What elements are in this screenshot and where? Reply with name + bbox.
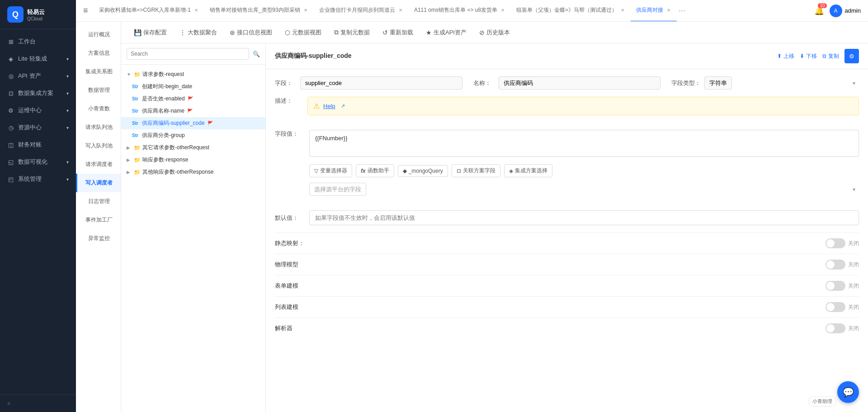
node-label: 供应商编码-supplier_code (142, 119, 205, 127)
rel-label: 关联方案字段 (463, 167, 495, 175)
tree-node-other-request[interactable]: ▶ 📁 其它请求参数-otherRequest (121, 142, 265, 154)
name-input[interactable] (499, 76, 661, 90)
name-label: 名称： (473, 79, 495, 87)
sidebar-item-lite[interactable]: ◈ Lite 轻集成 ▾ (0, 50, 76, 67)
sidebar-item-finance[interactable]: ◫ 财务对账 (0, 136, 76, 153)
tab-3[interactable]: 企业微信打卡月报同步到简道云 ✕ (314, 0, 409, 22)
tab-6[interactable]: 供应商对接 ✕ (631, 0, 677, 22)
nav-item-alarm[interactable]: 异常监控 (76, 229, 121, 248)
notification-bell[interactable]: 🔔 10 (814, 6, 824, 16)
nav-item-query[interactable]: 小青查数 (76, 99, 121, 118)
mongo-icon: ◆ (403, 168, 407, 174)
sidebar-item-workbench[interactable]: ⊞ 工作台 (0, 33, 76, 50)
nav-item-data-mgmt[interactable]: 数据管理 (76, 81, 121, 99)
reload-button[interactable]: ↺ 重新加载 (377, 26, 419, 39)
sidebar-item-data[interactable]: ⊡ 数据集成方案 ▾ (0, 85, 76, 102)
sidebar-item-system[interactable]: ◰ 系统管理 ▾ (0, 170, 76, 188)
tab-close-icon[interactable]: ✕ (500, 7, 505, 14)
menu-icon[interactable]: ≡ (83, 6, 88, 15)
gear-button[interactable]: ⚙ (844, 49, 859, 63)
toggle-form[interactable] (826, 281, 845, 291)
expand-icon: ▶ (127, 157, 132, 162)
toggle-parser[interactable] (826, 323, 845, 333)
toggle-list[interactable] (826, 302, 845, 312)
meta-view-button[interactable]: ⬡ 元数据视图 (279, 26, 327, 39)
tab-4[interactable]: A111 oms销售出库单 => u8发货单 ✕ (409, 0, 511, 22)
toggle-static-map[interactable] (826, 238, 845, 248)
static-map-toggle[interactable]: 关闭 (826, 238, 859, 248)
mongo-query-button[interactable]: ◆ _mongoQuery (398, 165, 448, 177)
tab-close-icon[interactable]: ✕ (398, 7, 403, 14)
search-icon[interactable]: 🔍 (253, 51, 260, 57)
rel-field-button[interactable]: ⊡ 关联方案字段 (452, 164, 500, 177)
big-data-button[interactable]: ⋮ 大数据聚合 (174, 26, 222, 39)
nav-item-event-factory[interactable]: 事件加工厂 (76, 211, 121, 229)
sidebar-bottom[interactable]: ≡ (0, 394, 76, 412)
toggle-physical[interactable] (826, 260, 845, 270)
default-input[interactable] (309, 210, 859, 225)
sidebar-item-api[interactable]: ◎ API 资产 ▾ (0, 67, 76, 85)
static-map-row: 静态映射： 关闭 (275, 232, 859, 254)
admin-area[interactable]: A admin (830, 5, 861, 17)
type-select[interactable]: 字符串 数字 布尔 (704, 76, 732, 90)
folder-icon: 📁 (134, 145, 141, 151)
up-action[interactable]: ⬆ 上移 (777, 52, 794, 60)
list-model-toggle[interactable]: 关闭 (826, 302, 859, 312)
nav-item-overview[interactable]: 运行概况 (76, 25, 121, 44)
sidebar-item-label: 资源中心 (18, 123, 42, 132)
big-data-icon: ⋮ (179, 29, 186, 36)
nav-item-write-queue[interactable]: 写入队列池 (76, 137, 121, 155)
split-content: 🔍 ▼ 📁 请求参数-request Str 创建时间-begin_date (121, 43, 868, 412)
var-selector-button[interactable]: ▽ 变量选择器 (309, 164, 352, 177)
tree-node-begin-date[interactable]: Str 创建时间-begin_date (121, 81, 265, 93)
tab-close-icon[interactable]: ✕ (303, 7, 308, 14)
interface-view-button[interactable]: ⊛ 接口信息视图 (224, 26, 278, 39)
tree-node-response[interactable]: ▶ 📁 响应参数-response (121, 154, 265, 166)
search-input[interactable] (127, 48, 249, 60)
integration-select-button[interactable]: ◈ 集成方案选择 (504, 164, 552, 177)
field-value-box[interactable]: {{FNumber}} (309, 130, 859, 157)
tab-5[interactable]: 组装单（父项）金蝶=》马帮（测试通过） ✕ (511, 0, 631, 22)
type-group: 字段类型： 字符串 数字 布尔 (671, 76, 859, 90)
func-helper-button[interactable]: fx 函数助手 (356, 164, 394, 177)
sidebar-item-visual[interactable]: ◱ 数据可视化 ▾ (0, 153, 76, 170)
sidebar-menu: ⊞ 工作台 ◈ Lite 轻集成 ▾ ◎ API 资产 ▾ ⊡ 数据集成方案 ▾… (0, 29, 76, 394)
nav-item-info[interactable]: 方案信息 (76, 44, 121, 62)
source-select[interactable]: 选择源平台的字段 (309, 183, 366, 196)
parser-toggle[interactable]: 关闭 (826, 323, 859, 333)
nav-item-write-observer[interactable]: 写入调度者 (76, 174, 121, 192)
tree-node-supplier-code[interactable]: Str 供应商编码-supplier_code 🚩 (121, 117, 265, 129)
nav-item-map[interactable]: 集成关系图 (76, 62, 121, 81)
tree-search-bar: 🔍 (121, 43, 265, 65)
sidebar-item-resource[interactable]: ◷ 资源中心 ▾ (0, 119, 76, 136)
copy-action[interactable]: ⧉ 复制 (822, 52, 839, 60)
form-model-toggle[interactable]: 关闭 (826, 281, 859, 291)
tab-close-icon[interactable]: ✕ (620, 7, 625, 14)
toggle-label: 关闭 (848, 282, 859, 290)
tree-node-request[interactable]: ▼ 📁 请求参数-request (121, 68, 265, 81)
nav-item-log[interactable]: 日志管理 (76, 192, 121, 211)
chat-assistant-button[interactable]: 💬 (837, 381, 859, 403)
save-config-button[interactable]: 💾 保存配置 (128, 26, 172, 39)
tree-node-enabled[interactable]: Str 是否生效-enabled 🚩 (121, 93, 265, 105)
tab-1[interactable]: 采购收料通知单=>CGRK入库单新增-1 ✕ (94, 0, 204, 22)
physical-model-toggle[interactable]: 关闭 (826, 260, 859, 270)
nav-item-req-observer[interactable]: 请求调度者 (76, 155, 121, 174)
logo-sub: QCloud (27, 16, 45, 21)
copy-meta-button[interactable]: ⧉ 复制元数据 (329, 26, 375, 39)
more-tabs-icon[interactable]: ··· (679, 6, 685, 15)
nav-item-req-queue[interactable]: 请求队列池 (76, 118, 121, 137)
tab-2[interactable]: 销售单对接销售出库_类型93内部采销 ✕ (204, 0, 314, 22)
sidebar-item-ops[interactable]: ⚙ 运维中心 ▾ (0, 102, 76, 119)
field-input[interactable] (300, 76, 462, 90)
down-action[interactable]: ⬇ 下移 (800, 52, 817, 60)
tab-close-icon[interactable]: ✕ (666, 7, 671, 14)
help-link[interactable]: Help (323, 103, 335, 109)
history-button[interactable]: ⊘ 历史版本 (474, 26, 515, 39)
tree-node-other-response[interactable]: ▶ 📁 其他响应参数-otherResponse (121, 166, 265, 178)
tree-node-group[interactable]: Str 供应商分类-group (121, 129, 265, 142)
save-icon: 💾 (134, 29, 142, 36)
tree-node-name[interactable]: Str 供应商名称-name 🚩 (121, 105, 265, 117)
tab-close-icon[interactable]: ✕ (193, 7, 199, 14)
gen-api-button[interactable]: ★ 生成API资产 (420, 26, 472, 39)
